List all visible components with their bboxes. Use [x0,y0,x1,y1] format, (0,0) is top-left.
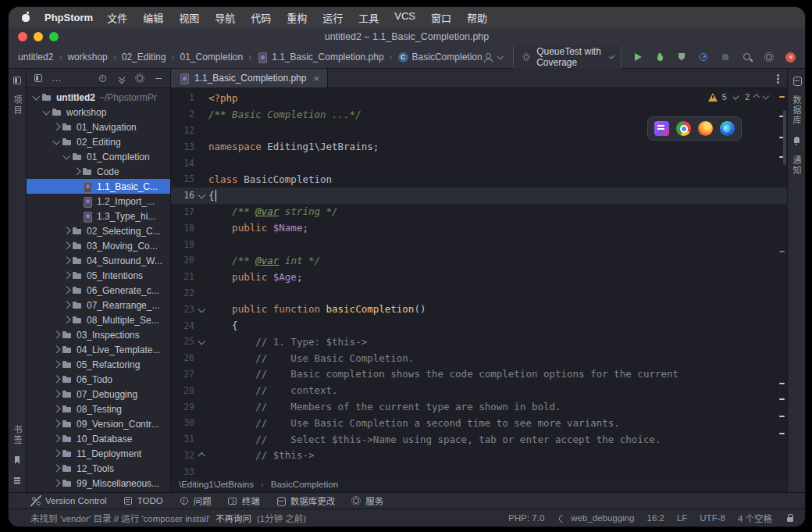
inspection-widget[interactable]: 5 2 [701,91,775,103]
code-line[interactable]: 26 // Use Basic Completion. [171,350,787,366]
tree-toggle-icon[interactable] [52,466,62,471]
status-widget[interactable]: UTF-8 [700,513,725,523]
stop-button[interactable] [720,52,731,62]
tree-toggle-icon[interactable] [62,258,72,263]
status-widget[interactable]: PHP: 7.0 [508,513,544,523]
tree-row[interactable]: 08_Testing [27,402,170,416]
previous-issue-icon[interactable] [753,95,760,101]
tree-row[interactable]: 07_Rearrange_... [27,298,170,312]
tree-row[interactable]: 03_Moving_Co... [27,238,170,253]
tree-row[interactable]: 01_Navigation [27,120,170,134]
zoom-window-button[interactable] [49,32,59,41]
fold-marker-icon[interactable] [194,308,208,312]
status-widget[interactable] [785,512,796,523]
code-line[interactable]: 14 [171,155,787,171]
tree-row[interactable]: 09_Version_Contr... [27,416,170,431]
menu-item[interactable]: 导航 [215,10,235,25]
record-button[interactable] [785,52,796,62]
run-button[interactable] [632,52,643,62]
code-line[interactable]: 33 [171,463,787,476]
apple-menu-icon[interactable] [21,12,30,23]
tree-toggle-icon[interactable] [62,228,72,234]
tree-toggle-icon[interactable] [52,362,62,367]
app-menu[interactable]: PhpStorm [45,12,93,23]
fold-marker-icon[interactable] [194,340,208,344]
close-window-button[interactable] [18,32,27,41]
code-line[interactable]: 1<?php [171,90,787,106]
run-with-coverage-button[interactable] [676,52,687,62]
fold-marker-icon[interactable] [194,194,208,198]
tree-row[interactable]: 05_Intentions [27,268,170,283]
editor-breadcrumb-item[interactable]: BasicCompletion [271,480,338,489]
tree-row[interactable]: 1.1_Basic_C... [27,179,170,194]
profiler-button[interactable] [698,52,709,62]
toolwindow-button[interactable]: TODO [123,495,163,506]
code-line[interactable]: 19 [171,236,787,252]
code-line[interactable]: 13namespace Editing1\JetBrains; [171,138,787,155]
editor-breadcrumb-item[interactable]: \Editing1\JetBrains [179,480,254,489]
tree-row[interactable]: workshop [27,105,170,120]
tree-toggle-icon[interactable] [62,243,72,248]
window-titlebar[interactable]: untitled2 – 1.1_Basic_Completion.php [9,27,805,46]
tree-toggle-icon[interactable] [52,451,62,456]
project-view-icon[interactable] [33,73,44,84]
locate-file-button[interactable] [97,73,108,84]
tree-toggle-icon[interactable] [52,436,62,441]
menu-item[interactable]: VCS [394,10,415,25]
tree-row[interactable]: 1.2_Import_... [27,194,170,209]
status-widget[interactable]: 4 个空格 [738,512,772,524]
status-widget[interactable]: web_debugging [557,512,634,523]
code-line[interactable]: 21 public $Age; [171,269,787,285]
code-line[interactable]: 20 /** @var int */ [171,252,787,269]
menu-item[interactable]: 重构 [287,10,307,25]
tree-row[interactable]: 04_Live_Template... [27,342,170,357]
tree-row[interactable]: 1.3_Type_hi... [27,209,170,223]
tree-toggle-icon[interactable] [72,169,82,174]
next-issue-icon[interactable] [762,93,768,99]
tree-toggle-icon[interactable] [52,421,62,427]
tree-toggle-icon[interactable] [62,287,72,293]
tree-row[interactable]: 01_Completion [27,149,170,164]
tree-row[interactable]: 08_Multiple_Se... [27,312,170,327]
breadcrumb-item[interactable]: workshop [67,52,107,62]
hide-panel-button[interactable] [153,73,164,84]
tree-toggle-icon[interactable] [41,110,52,114]
breadcrumb-item[interactable]: 01_Completion [180,52,243,62]
editor[interactable]: 1<?php2/** Basic Completion ...*/1213nam… [171,88,787,476]
tree-toggle-icon[interactable] [52,391,62,397]
breadcrumb-item[interactable]: 02_Editing [122,52,166,62]
menu-item[interactable]: 工具 [358,10,379,25]
tree-toggle-icon[interactable] [31,95,41,99]
toolwindow-button[interactable]: 数据库更改 [276,495,336,507]
scrollbar-thumb[interactable] [783,110,786,165]
code-line[interactable]: 24 { [171,317,787,334]
tree-toggle-icon[interactable] [52,124,62,130]
tree-toggle-icon[interactable] [52,140,62,144]
code-line[interactable]: 29 // Members of the current type are sh… [171,398,787,415]
tree-toggle-icon[interactable] [62,317,72,323]
breadcrumb-item[interactable]: BasicCompletion [398,52,483,62]
tree-row[interactable]: 02_Selecting_C... [27,223,170,238]
code-line[interactable]: 18 public $Name; [171,220,787,236]
edge-browser-icon[interactable] [720,121,735,136]
tree-toggle-icon[interactable] [52,377,62,382]
tree-row[interactable]: 99_Miscellaneous... [27,476,170,491]
collapse-all-button[interactable] [116,73,126,84]
debug-button[interactable] [654,52,665,62]
tree-row[interactable]: 03_Inspections [27,327,170,342]
project-toolwindow-button[interactable]: 项目 [11,95,23,116]
phpstorm-browser-icon[interactable] [654,121,669,136]
menu-item[interactable]: 运行 [322,10,343,25]
code-line[interactable]: 23 public function basicCompletion() [171,301,787,317]
toolwindow-button[interactable]: 服务 [351,495,383,507]
status-widget[interactable]: LF [677,513,687,523]
dismiss-link[interactable]: 不再询问 [215,512,251,524]
menu-item[interactable]: 文件 [107,10,127,25]
code-line[interactable]: 25 // 1. Type: $this-> [171,334,787,350]
tree-row[interactable]: 04_Surround_W... [27,253,170,268]
bookmarks-toolwindow-button[interactable]: 书签 [11,425,23,445]
notifications-icon[interactable] [791,135,802,146]
breadcrumb-item[interactable]: untitled2 [18,52,53,62]
database-toolwindow-button[interactable]: 数据库 [790,95,803,126]
tree-toggle-icon[interactable] [52,480,62,486]
